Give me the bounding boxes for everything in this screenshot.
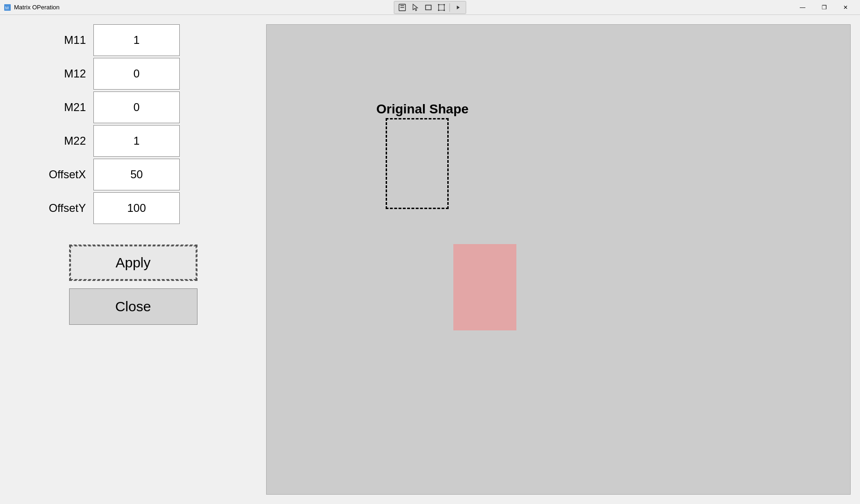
form-row-offsetx: OffsetX xyxy=(19,159,247,190)
svg-text:M: M xyxy=(5,6,9,10)
main-content: M11 M12 M21 M22 OffsetX OffsetY xyxy=(0,15,860,504)
minimize-button[interactable]: — xyxy=(792,0,813,15)
close-button[interactable]: ✕ xyxy=(835,0,856,15)
label-m21: M21 xyxy=(19,101,93,114)
apply-button[interactable]: Apply xyxy=(69,245,197,281)
svg-point-9 xyxy=(444,4,445,5)
original-shape-rect xyxy=(386,118,449,209)
more-tool-button[interactable] xyxy=(452,2,464,13)
input-m12[interactable] xyxy=(93,58,180,90)
canvas-area: Original Shape xyxy=(266,24,851,495)
input-m11[interactable] xyxy=(93,24,180,56)
input-m22[interactable] xyxy=(93,125,180,157)
svg-marker-12 xyxy=(457,6,460,9)
original-shape-label: Original Shape xyxy=(376,102,469,117)
window-controls: — ❐ ✕ xyxy=(792,0,856,15)
left-panel: M11 M12 M21 M22 OffsetX OffsetY xyxy=(0,15,266,504)
transform-tool-button[interactable] xyxy=(436,2,448,13)
input-m21[interactable] xyxy=(93,91,180,123)
rect-tool-button[interactable] xyxy=(423,2,435,13)
label-m22: M22 xyxy=(19,134,93,147)
title-bar-left: M Matrix OPeration xyxy=(4,4,60,11)
close-dialog-button[interactable]: Close xyxy=(69,288,197,325)
buttons-area: Apply Close xyxy=(19,245,247,325)
select-tool-button[interactable] xyxy=(396,2,409,13)
title-bar: M Matrix OPeration xyxy=(0,0,860,15)
svg-rect-6 xyxy=(426,5,431,10)
label-m11: M11 xyxy=(19,34,93,47)
input-offsety[interactable] xyxy=(93,192,180,224)
toolbar-divider xyxy=(450,3,450,12)
form-row-offsety: OffsetY xyxy=(19,192,247,224)
form-row-m22: M22 xyxy=(19,125,247,157)
svg-point-11 xyxy=(438,9,439,11)
pointer-icon xyxy=(412,4,419,11)
form-row-m21: M21 xyxy=(19,91,247,123)
transform-icon xyxy=(438,4,445,11)
matrix-form: M11 M12 M21 M22 OffsetX OffsetY xyxy=(19,24,247,226)
input-offsetx[interactable] xyxy=(93,159,180,190)
svg-marker-7 xyxy=(439,5,444,10)
svg-marker-5 xyxy=(413,4,418,11)
form-row-m11: M11 xyxy=(19,24,247,56)
label-offsety: OffsetY xyxy=(19,202,93,215)
transformed-shape-rect xyxy=(453,244,516,330)
pointer-tool-button[interactable] xyxy=(409,2,422,13)
select-icon xyxy=(399,4,406,11)
toolbar xyxy=(394,1,466,14)
app-icon: M xyxy=(4,4,11,11)
form-row-m12: M12 xyxy=(19,58,247,90)
label-m12: M12 xyxy=(19,67,93,80)
svg-point-10 xyxy=(444,9,445,11)
window-title: Matrix OPeration xyxy=(14,4,60,11)
svg-point-8 xyxy=(438,4,439,5)
more-icon xyxy=(454,4,462,11)
rect-icon xyxy=(425,4,432,11)
restore-button[interactable]: ❐ xyxy=(813,0,835,15)
label-offsetx: OffsetX xyxy=(19,168,93,181)
